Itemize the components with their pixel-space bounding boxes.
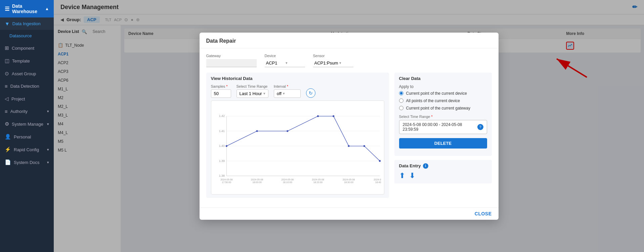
sidebar-item-rapid-config[interactable]: ⚡ Rapid Config ▾ [0,143,54,156]
time-range-group: Select Time Range Last 1 Hour ▾ [237,84,268,98]
sidebar-item-datasource[interactable]: Datasource [0,30,54,42]
interval-required: * [287,84,288,88]
svg-text:18:20:00: 18:20:00 [313,181,323,183]
radio-current-gateway[interactable]: Current point of the current gateway [399,106,487,111]
sidebar-item-label: Template [12,58,30,64]
data-entry-title: Data Entry i [399,163,487,169]
radio-label: Current point of the current gateway [406,106,470,111]
sidebar-item-system-docs[interactable]: 📄 System Docs ▾ [0,156,54,169]
sidebar-item-system-manage[interactable]: ⚙ System Manage ▾ [0,118,54,130]
data-entry-info-icon[interactable]: i [423,163,428,169]
chart-point [379,160,380,162]
radio-all-points[interactable]: All points of the current device [399,98,487,103]
download-icon[interactable]: ⬇ [409,171,415,180]
template-icon: ◫ [5,58,9,64]
time-range-clear-label: Select Time Range * [399,115,487,119]
data-entry-icons: ⬆ ⬇ [399,171,487,180]
radio-label: Current point of the current device [406,91,467,96]
samples-required: * [226,84,227,88]
svg-text:2024-05-08: 2024-05-08 [220,178,232,181]
svg-text:2024-05-08: 2024-05-08 [342,178,354,181]
sidebar-item-label: System Docs [14,160,40,165]
svg-text:1.42: 1.42 [219,114,224,118]
modal-header: Data Repair [200,33,499,48]
sensor-field: Sensor ACP1:Psum ▾ [313,54,353,67]
help-icon[interactable]: ? [477,124,483,130]
interval-select[interactable]: off ▾ [274,89,301,98]
sidebar-item-project[interactable]: ◁ Project [0,92,54,105]
samples-input[interactable] [211,89,231,98]
svg-text:18:10:00: 18:10:00 [283,181,292,183]
authority-chevron: ▾ [47,109,49,114]
time-range-chevron: ▾ [263,91,265,96]
radio-all-points-input[interactable] [399,98,403,103]
modal-body: Gateway Device ACP1 ▾ Sensor ACP1:Psum [200,48,499,207]
svg-text:18:40:00: 18:40:00 [375,181,381,183]
chart-point [348,145,349,146]
clear-time-range-input[interactable]: 2024-5-08 00:00:00 - 2024-05-08 23:59:59… [399,120,487,134]
line-chart: 1.42 1.41 1.40 1.39 1.38 [214,103,381,192]
sidebar-item-label: Authority [10,109,28,114]
sidebar-item-data-ingestion[interactable]: ▼ Data Ingestion [0,17,54,30]
time-range-select-label: Select Time Range [237,84,268,88]
sidebar-collapse-chevron[interactable]: ▲ [45,6,49,11]
sidebar-header[interactable]: ☰ Data Warehouse ▲ [0,0,54,17]
svg-text:2024-05-08: 2024-05-08 [312,178,324,181]
gateway-field: Gateway [206,54,257,67]
close-button[interactable]: CLOSE [475,211,492,216]
two-panel: View Historical Data Samples * Select T [206,73,492,202]
sensor-select[interactable]: ACP1:Psum ▾ [313,59,353,67]
svg-text:1.40: 1.40 [219,144,224,148]
sidebar-item-personal[interactable]: 👤 Personal [0,130,54,143]
hamburger-icon[interactable]: ☰ [5,6,9,12]
chart-point [333,115,334,117]
modal-form-row: Gateway Device ACP1 ▾ Sensor ACP1:Psum [206,54,492,67]
chart-line [226,116,380,161]
sensor-chevron: ▾ [339,61,352,65]
left-panel: View Historical Data Samples * Select T [206,73,389,202]
sidebar-item-asset-group[interactable]: ⊙ Asset Group [0,67,54,80]
authority-icon: ≡ [5,109,8,114]
chart-point [363,145,365,146]
sidebar-item-authority[interactable]: ≡ Authority ▾ [0,105,54,118]
delete-button[interactable]: DELETE [399,138,487,149]
sidebar-item-label: System Manage [12,122,43,127]
sidebar-item-data-detection[interactable]: ≡ Data Detection [0,80,54,92]
system-manage-chevron: ▾ [47,122,49,126]
sensor-value: ACP1:Psum [314,60,338,66]
sidebar-item-component[interactable]: ⊞ Component [0,42,54,54]
radio-current-gateway-input[interactable] [399,106,403,110]
time-range-value: Last 1 Hour [240,91,262,96]
radio-current-point[interactable]: Current point of the current device [399,91,487,96]
system-manage-icon: ⚙ [5,121,9,127]
modal-footer: CLOSE [200,207,499,220]
right-panel: Clear Data Apply to Current point of the… [394,73,492,202]
upload-icon[interactable]: ⬆ [399,171,405,180]
time-range-required: * [431,115,433,119]
data-ingestion-icon: ▼ [5,21,10,27]
svg-text:1.41: 1.41 [219,129,224,132]
sidebar-item-label: Data Detection [10,84,39,89]
data-repair-modal: Data Repair Gateway Device ACP1 ▾ [200,33,499,220]
sidebar-item-label: Asset Group [12,71,36,76]
device-label: Device [265,54,305,58]
svg-text:2024-05-08: 2024-05-08 [374,178,381,181]
chart-area: 1.42 1.41 1.40 1.39 1.38 [211,100,384,195]
view-historical-title: View Historical Data [211,76,384,81]
chart-point [256,130,258,132]
time-range-select[interactable]: Last 1 Hour ▾ [237,89,268,98]
clear-data-title: Clear Data [399,76,487,81]
svg-text:18:00:00: 18:00:00 [252,181,262,183]
gateway-input[interactable] [206,59,257,67]
app-name: Data Warehouse [12,3,42,14]
radio-current-point-input[interactable] [399,91,403,95]
apply-to-radio-group: Current point of the current device All … [399,91,487,111]
svg-text:17:50:00: 17:50:00 [222,181,231,183]
refresh-button[interactable]: ↻ [306,88,315,98]
device-chevron: ▾ [286,61,304,65]
device-select[interactable]: ACP1 ▾ [265,59,305,67]
svg-text:2024-05-08: 2024-05-08 [251,178,263,181]
sidebar-item-label: Personal [14,134,31,139]
interval-label: Interval * [274,84,301,88]
sidebar-item-template[interactable]: ◫ Template [0,54,54,67]
